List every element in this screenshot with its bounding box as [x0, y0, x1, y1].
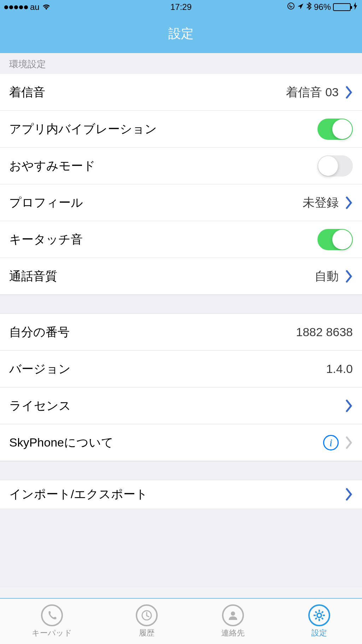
- row-vibration-label: アプリ内バイブレーション: [9, 121, 317, 137]
- battery-pct: 96%: [314, 2, 331, 12]
- row-keytouch-label: キータッチ音: [9, 231, 317, 248]
- row-profile-value: 未登録: [303, 195, 339, 211]
- svg-point-2: [231, 611, 235, 616]
- row-about[interactable]: SkyPhoneについて i: [0, 424, 362, 461]
- signal-dots-icon: [4, 5, 28, 9]
- info-icon[interactable]: i: [323, 435, 339, 450]
- svg-line-8: [315, 611, 317, 613]
- row-profile[interactable]: プロフィール 未登録: [0, 184, 362, 221]
- tab-settings-label: 設定: [311, 628, 327, 638]
- page-title: 設定: [168, 25, 194, 42]
- chevron-right-icon: [346, 488, 353, 501]
- row-my-number-label: 自分の番号: [9, 324, 296, 340]
- chevron-right-icon: [346, 399, 353, 412]
- tab-contacts[interactable]: 連絡先: [221, 604, 245, 638]
- row-keytouch[interactable]: キータッチ音: [0, 221, 362, 258]
- row-version-label: バージョン: [9, 361, 326, 377]
- row-import-export-label: インポート/エクスポート: [9, 486, 339, 502]
- chevron-right-icon: [346, 270, 353, 283]
- battery-icon: [333, 3, 351, 11]
- tab-history[interactable]: 履歴: [136, 604, 158, 638]
- clock-icon: [136, 604, 158, 626]
- tab-settings[interactable]: 設定: [308, 604, 330, 638]
- section-header-env: 環境設定: [0, 53, 362, 74]
- row-call-quality-value: 自動: [315, 268, 339, 284]
- orientation-lock-icon: [287, 2, 295, 12]
- row-import-export[interactable]: インポート/エクスポート: [0, 480, 362, 508]
- svg-line-10: [315, 618, 317, 619]
- settings-list-env: 着信音 着信音 03 アプリ内バイブレーション おやすみモード プロフィール 未…: [0, 74, 362, 295]
- svg-line-9: [322, 618, 323, 619]
- svg-point-0: [288, 3, 294, 9]
- row-call-quality[interactable]: 通話音質 自動: [0, 258, 362, 295]
- tab-keypad-label: キーパッド: [32, 628, 72, 638]
- nav-bar: 設定: [0, 14, 362, 53]
- phone-icon: [41, 604, 63, 626]
- row-my-number: 自分の番号 1882 8638: [0, 314, 362, 351]
- section-spacer: [0, 295, 362, 314]
- row-call-quality-label: 通話音質: [9, 268, 315, 284]
- toggle-vibration[interactable]: [317, 119, 353, 140]
- tab-bar: キーパッド 履歴 連絡先 設定: [0, 598, 362, 644]
- bluetooth-icon: [306, 2, 312, 12]
- row-my-number-value: 1882 8638: [296, 325, 353, 339]
- svg-line-11: [322, 611, 323, 613]
- row-license-label: ライセンス: [9, 398, 339, 414]
- row-ringtone[interactable]: 着信音 着信音 03: [0, 74, 362, 111]
- svg-point-3: [317, 613, 321, 617]
- row-ringtone-label: 着信音: [9, 84, 286, 100]
- row-ringtone-value: 着信音 03: [286, 84, 339, 100]
- chevron-right-icon: [346, 86, 353, 99]
- settings-list-advanced: インポート/エクスポート: [0, 480, 362, 508]
- row-license[interactable]: ライセンス: [0, 387, 362, 424]
- wifi-icon: [42, 2, 51, 12]
- row-about-label: SkyPhoneについて: [9, 435, 323, 451]
- row-version: バージョン 1.4.0: [0, 351, 362, 387]
- gear-icon: [308, 604, 330, 626]
- row-profile-label: プロフィール: [9, 195, 303, 211]
- row-dnd-label: おやすみモード: [9, 158, 317, 174]
- section-spacer-2: [0, 461, 362, 480]
- chevron-right-icon: [346, 196, 353, 209]
- person-icon: [222, 604, 244, 626]
- row-vibration[interactable]: アプリ内バイブレーション: [0, 111, 362, 148]
- status-bar: au 17:29 96%: [0, 0, 362, 14]
- row-dnd[interactable]: おやすみモード: [0, 148, 362, 184]
- settings-list-info: 自分の番号 1882 8638 バージョン 1.4.0 ライセンス SkyPho…: [0, 314, 362, 461]
- tab-keypad[interactable]: キーパッド: [32, 604, 72, 638]
- charging-icon: [353, 2, 358, 12]
- tab-history-label: 履歴: [139, 628, 154, 638]
- toggle-dnd[interactable]: [317, 155, 353, 177]
- row-version-value: 1.4.0: [326, 362, 353, 376]
- location-icon: [297, 2, 304, 12]
- carrier-label: au: [30, 2, 40, 12]
- status-time: 17:29: [170, 2, 192, 12]
- toggle-keytouch[interactable]: [317, 229, 353, 250]
- tab-contacts-label: 連絡先: [221, 628, 245, 638]
- chevron-right-icon: [346, 436, 353, 449]
